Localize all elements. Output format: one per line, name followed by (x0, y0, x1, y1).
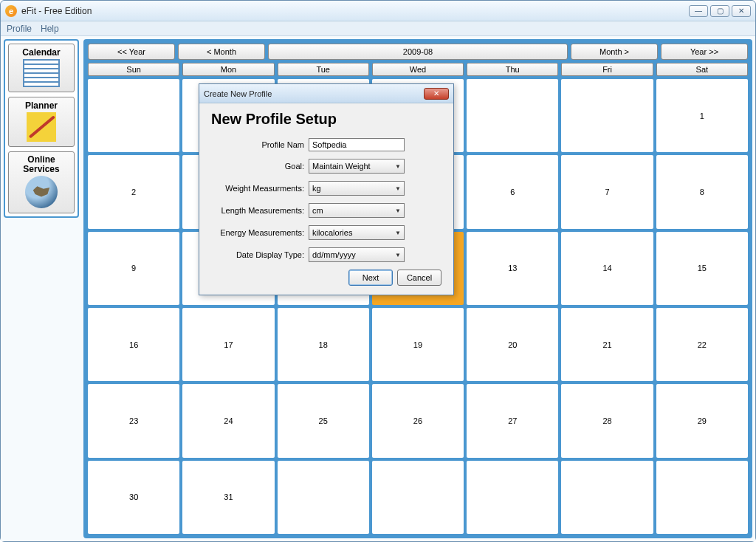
date-display-dropdown[interactable]: dd/mm/yyyy (309, 247, 405, 262)
calendar-day-cell[interactable]: 13 (467, 232, 558, 305)
next-button[interactable]: Next (348, 270, 393, 286)
globe-icon (25, 176, 58, 208)
menu-profile[interactable]: Profile (7, 24, 32, 34)
sidebar-planner-button[interactable]: Planner (8, 97, 75, 147)
day-header: Tue (278, 63, 369, 76)
calendar-week: 23242526272829 (88, 384, 748, 457)
day-header-row: SunMonTueWedThuFriSat (88, 63, 748, 76)
calendar-day-cell (467, 79, 558, 152)
dialog-heading: New Profile Setup (211, 111, 441, 128)
year-next-button[interactable]: Year >> (661, 44, 748, 60)
calendar-day-cell[interactable]: 20 (467, 308, 558, 381)
goal-label: Goal: (211, 162, 309, 171)
day-header: Sat (656, 63, 748, 76)
dialog-body: New Profile Setup Profile Nam Goal: Main… (199, 103, 453, 295)
calendar-day-cell[interactable]: 7 (561, 155, 653, 228)
month-next-button[interactable]: Month > (571, 44, 658, 60)
calendar-day-cell[interactable]: 24 (182, 384, 274, 457)
calendar-day-cell[interactable]: 27 (467, 384, 558, 457)
calendar-day-cell[interactable]: 19 (372, 308, 464, 381)
calendar-day-cell[interactable]: 25 (278, 384, 369, 457)
calendar-day-cell[interactable]: 21 (561, 308, 653, 381)
calendar-day-cell[interactable]: 31 (182, 461, 274, 534)
calendar-week: 3031 (88, 461, 748, 534)
calendar-day-cell[interactable]: 16 (88, 308, 179, 381)
window-controls: — ▢ ✕ (689, 5, 751, 17)
calendar-day-cell[interactable]: 8 (656, 155, 748, 228)
year-prev-button[interactable]: << Year (88, 44, 175, 60)
month-prev-button[interactable]: < Month (178, 44, 265, 60)
calendar-icon (23, 59, 60, 87)
sidebar-calendar-label: Calendar (22, 47, 60, 58)
calendar-day-cell[interactable]: 22 (656, 308, 748, 381)
dialog-titlebar: Create New Profile ✕ (199, 84, 453, 103)
sidebar-online-services-button[interactable]: Online Services (8, 151, 75, 213)
calendar-day-cell[interactable]: 15 (656, 232, 748, 305)
menubar: Profile Help (1, 21, 755, 36)
calendar-day-cell[interactable]: 23 (88, 384, 179, 457)
day-header: Mon (182, 63, 274, 76)
calendar-day-cell[interactable]: 17 (182, 308, 274, 381)
calendar-week: 16171819202122 (88, 308, 748, 381)
goal-dropdown[interactable]: Maintain Weight (309, 159, 405, 174)
calendar-day-cell[interactable]: 9 (88, 232, 179, 305)
dialog-button-row: Next Cancel (211, 270, 441, 286)
calendar-toolbar: << Year < Month 2009-08 Month > Year >> (88, 44, 748, 60)
calendar-day-cell[interactable]: 14 (561, 232, 653, 305)
calendar-day-cell (278, 461, 369, 534)
dialog-close-button[interactable]: ✕ (424, 88, 449, 100)
length-measurement-dropdown[interactable]: cm (309, 203, 405, 218)
profile-name-input[interactable] (309, 138, 405, 151)
calendar-day-cell[interactable]: 6 (467, 155, 558, 228)
create-profile-dialog: Create New Profile ✕ New Profile Setup P… (199, 83, 454, 295)
app-icon: e (5, 5, 17, 17)
close-button[interactable]: ✕ (732, 5, 751, 17)
calendar-day-cell (656, 461, 748, 534)
window-title: eFit - Free Edition (21, 6, 92, 16)
day-header: Thu (467, 63, 558, 76)
day-header: Sun (88, 63, 179, 76)
sidebar: Calendar Planner Online Services (4, 39, 79, 218)
cancel-button[interactable]: Cancel (397, 270, 441, 286)
sidebar-online-services-label: Online Services (10, 155, 72, 174)
menu-help[interactable]: Help (41, 24, 59, 34)
titlebar: e eFit - Free Edition — ▢ ✕ (1, 1, 755, 21)
planner-icon (27, 112, 56, 142)
calendar-day-cell (88, 79, 179, 152)
sidebar-planner-label: Planner (25, 100, 58, 111)
date-display-label: Date Display Type: (211, 250, 309, 259)
weight-measurement-dropdown[interactable]: kg (309, 181, 405, 196)
calendar-day-cell[interactable]: 2 (88, 155, 179, 228)
calendar-day-cell (372, 461, 464, 534)
minimize-button[interactable]: — (689, 5, 708, 17)
maximize-button[interactable]: ▢ (710, 5, 729, 17)
dialog-title: Create New Profile (204, 89, 272, 98)
calendar-day-cell[interactable]: 1 (656, 79, 748, 152)
calendar-day-cell[interactable]: 29 (656, 384, 748, 457)
day-header: Fri (561, 63, 653, 76)
profile-name-label: Profile Nam (211, 140, 309, 149)
sidebar-calendar-button[interactable]: Calendar (8, 44, 75, 92)
calendar-day-cell[interactable]: 18 (278, 308, 369, 381)
calendar-day-cell (467, 461, 558, 534)
current-period-button[interactable]: 2009-08 (268, 44, 568, 60)
energy-measurement-dropdown[interactable]: kilocalories (309, 225, 405, 240)
energy-measurement-label: Energy Measurements: (211, 228, 309, 237)
calendar-day-cell (561, 461, 653, 534)
calendar-day-cell (561, 79, 653, 152)
calendar-day-cell[interactable]: 28 (561, 384, 653, 457)
weight-measurement-label: Weight Measurments: (211, 184, 309, 193)
calendar-day-cell[interactable]: 26 (372, 384, 464, 457)
length-measurement-label: Length Measurements: (211, 206, 309, 215)
day-header: Wed (372, 63, 464, 76)
calendar-day-cell[interactable]: 30 (88, 461, 179, 534)
